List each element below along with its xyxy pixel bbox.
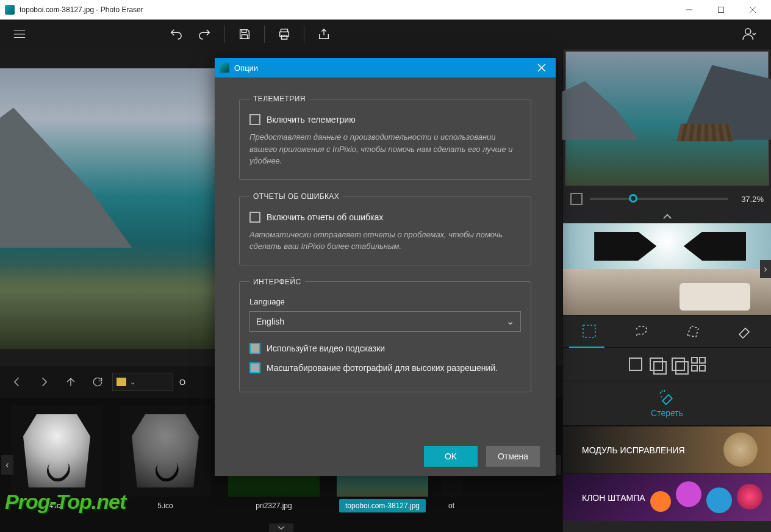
preset-strip: ‹ ›: [563, 223, 771, 315]
save-button[interactable]: [232, 22, 257, 46]
preset-next-button[interactable]: ›: [760, 260, 771, 278]
thumbnail-label: 4.ico: [43, 499, 70, 512]
account-button[interactable]: [736, 22, 764, 46]
erase-action-button[interactable]: Стереть: [563, 381, 771, 426]
options-dialog: Опции ТЕЛЕМЕТРИЯ Включить телеметрию Пре…: [215, 58, 556, 476]
svg-rect-1: [719, 7, 724, 13]
section-label: КЛОН ШТАМПА: [582, 493, 645, 503]
shape-stack2-button[interactable]: [672, 358, 685, 371]
telemetry-group: ТЕЛЕМЕТРИЯ Включить телеметрию Предостав…: [239, 95, 531, 180]
nav-back-button[interactable]: [5, 370, 29, 394]
lasso-tool-button[interactable]: [626, 319, 656, 343]
main-toolbar: [0, 20, 771, 49]
error-reports-checkbox[interactable]: [249, 212, 260, 223]
hidpi-scaling-checkbox[interactable]: [249, 362, 260, 373]
nav-up-button[interactable]: [59, 370, 83, 394]
strip-prev-button[interactable]: ‹: [1, 455, 13, 475]
svg-point-7: [745, 29, 751, 34]
path-text: O: [179, 378, 185, 387]
section-label: МОДУЛЬ ИСПРАВЛЕНИЯ: [582, 445, 685, 455]
polygon-tool-button[interactable]: [678, 319, 708, 343]
separator: [224, 26, 225, 43]
print-button[interactable]: [272, 22, 296, 46]
close-button[interactable]: [739, 0, 766, 20]
navigator-preview[interactable]: [565, 51, 769, 185]
thumbnail-item[interactable]: 5.ico: [113, 403, 217, 527]
minimize-button[interactable]: [676, 0, 703, 20]
erase-label: Стереть: [651, 408, 683, 418]
telemetry-description: Предоставляет данные о производительност…: [249, 131, 521, 167]
refresh-button[interactable]: [85, 370, 110, 394]
thumbnail-item[interactable]: 4.ico: [5, 403, 109, 527]
shape-stack-button[interactable]: [650, 358, 663, 371]
language-selected-value: English: [256, 317, 284, 326]
dialog-icon: [220, 63, 229, 73]
language-select[interactable]: English ⌄: [249, 311, 521, 332]
shape-row: [563, 348, 771, 381]
telemetry-checkbox-label: Включить телеметрию: [267, 115, 356, 124]
window-titlebar: topoboi.com-38127.jpg - Photo Eraser: [0, 0, 771, 20]
window-title: topoboi.com-38127.jpg - Photo Eraser: [20, 5, 671, 14]
zoom-slider[interactable]: [590, 198, 728, 200]
thumbnail-label: pri2327.jpg: [249, 499, 298, 512]
marquee-tool-button[interactable]: [575, 319, 604, 343]
shape-single-button[interactable]: [629, 358, 642, 371]
zoom-value: 37.2%: [736, 195, 764, 204]
folder-icon: [117, 378, 126, 386]
menu-button[interactable]: [7, 22, 32, 46]
zoom-fit-button[interactable]: [570, 193, 583, 205]
dialog-close-button[interactable]: [533, 59, 551, 77]
video-hints-checkbox[interactable]: [249, 343, 260, 354]
section-clone-stamp[interactable]: ▸ КЛОН ШТАМПА: [563, 473, 771, 521]
interface-group: ИНТЕРФЕЙС Language English ⌄ Используйте…: [239, 278, 531, 392]
hidpi-scaling-label: Масштабирование фотографий для высоких р…: [267, 363, 498, 373]
separator: [304, 26, 304, 43]
svg-rect-8: [583, 325, 595, 337]
maximize-button[interactable]: [708, 0, 734, 20]
thumbnail-label: 5.ico: [151, 499, 179, 512]
selection-tool-row: [563, 315, 771, 348]
zoom-slider-handle[interactable]: [629, 194, 637, 203]
thumbnail-label: topoboi.com-38127.jpg: [339, 499, 426, 512]
app-icon: [5, 5, 15, 15]
undo-button[interactable]: [163, 22, 188, 46]
erase-icon: [659, 389, 676, 406]
share-button[interactable]: [312, 22, 336, 46]
video-hints-label: Используйте видео подсказки: [267, 343, 385, 353]
thumbnail-label: ot: [442, 499, 461, 512]
error-reports-description: Автоматически отправляет отчеты о пробле…: [249, 229, 521, 253]
error-reports-legend: ОТЧЕТЫ ОБ ОШИБКАХ: [249, 192, 343, 201]
telemetry-checkbox[interactable]: [249, 114, 260, 125]
shape-grid-button[interactable]: [691, 357, 706, 372]
error-reports-checkbox-label: Включить отчеты об ошибках: [267, 212, 383, 222]
right-panel: 37.2% ‹ › Стереть: [562, 49, 771, 532]
language-label: Language: [249, 297, 521, 306]
separator: [264, 26, 265, 43]
error-reports-group: ОТЧЕТЫ ОБ ОШИБКАХ Включить отчеты об оши…: [239, 192, 531, 265]
nav-forward-button[interactable]: [32, 370, 56, 394]
telemetry-legend: ТЕЛЕМЕТРИЯ: [249, 95, 309, 103]
eraser-tool-button[interactable]: [730, 319, 759, 343]
cancel-button[interactable]: Отмена: [486, 446, 540, 467]
dialog-titlebar: Опции: [215, 58, 556, 77]
dialog-title: Опции: [234, 63, 528, 73]
chevron-down-icon: ⌄: [506, 315, 514, 327]
redo-button[interactable]: [193, 22, 217, 46]
interface-legend: ИНТЕРФЕЙС: [249, 278, 305, 286]
active-tool-underline: [569, 347, 604, 348]
ok-label: OK: [445, 451, 457, 461]
strip-collapse-button[interactable]: [269, 523, 293, 532]
section-patch-module[interactable]: ▸ МОДУЛЬ ИСПРАВЛЕНИЯ: [563, 426, 771, 473]
ok-button[interactable]: OK: [424, 446, 478, 467]
chevron-down-icon: ⌄: [130, 378, 135, 386]
folder-dropdown[interactable]: ⌄: [112, 373, 173, 391]
panel-collapse-up-button[interactable]: [563, 210, 771, 223]
preset-item[interactable]: [563, 223, 771, 315]
cancel-label: Отмена: [498, 451, 528, 461]
